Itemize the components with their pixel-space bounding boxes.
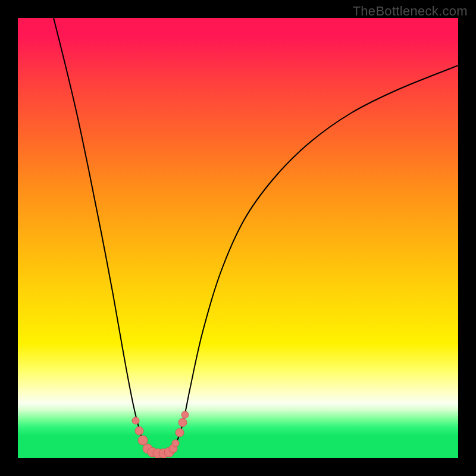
curve-marker xyxy=(132,417,139,424)
curve-marker xyxy=(172,440,179,447)
curve-marker xyxy=(138,436,148,445)
curve-marker xyxy=(135,427,143,435)
curve-marker xyxy=(178,418,187,427)
curve-marker xyxy=(181,411,189,418)
chart-plot-area xyxy=(18,18,458,458)
watermark-text: TheBottleneck.com xyxy=(353,4,468,19)
chart-svg xyxy=(18,18,458,458)
curve-marker xyxy=(176,428,184,437)
chart-frame: TheBottleneck.com xyxy=(0,0,476,476)
curve-markers xyxy=(132,411,189,458)
bottleneck-curve xyxy=(54,18,458,455)
